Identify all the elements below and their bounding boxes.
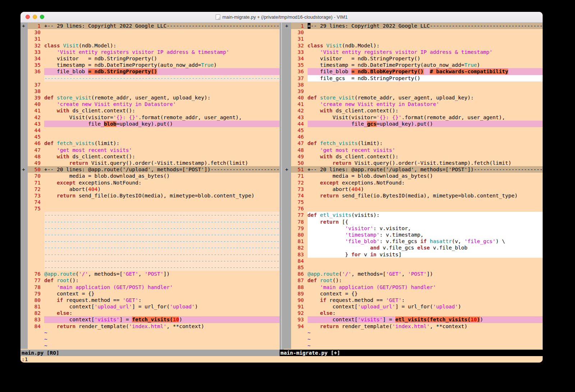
code-line[interactable]: 82 else: [20, 310, 280, 316]
left-pane[interactable]: +1+-- 29 lines: Copyright 2022 Google LL… [20, 23, 280, 350]
code-line[interactable]: 75 [284, 199, 543, 205]
code-line[interactable]: 49 with ds_client.context(): [284, 153, 543, 160]
code-line[interactable]: 41 with ds_client.context(): [20, 107, 280, 114]
code-line[interactable]: 79 context = {} [20, 290, 280, 297]
code-line[interactable]: 36 file_blob = ndb.StringProperty() [20, 68, 280, 75]
code-line[interactable]: 74 [20, 199, 280, 205]
line-number: 34 [28, 55, 44, 62]
code-line[interactable]: 40def store_visit(remote_addr, user_agen… [284, 94, 543, 101]
code-line[interactable]: 76@app.route('/', methods=['GET', 'POST'… [20, 271, 280, 277]
code-line[interactable]: 49 return Visit.query().order(-Visit.tim… [20, 160, 280, 166]
code-line[interactable]: 47def fetch_visits(limit): [284, 140, 543, 146]
code-line[interactable]: 72 except exceptions.NotFound: [284, 179, 543, 186]
code-line[interactable]: 48 with ds_client.context(): [20, 153, 280, 160]
fold-plus-icon[interactable]: + [284, 166, 291, 173]
code-line[interactable]: 37 [20, 81, 280, 88]
titlebar[interactable]: main-migrate.py + (/private/tmp/mod16-cl… [20, 12, 543, 23]
code-line[interactable]: 85 [284, 264, 543, 271]
code-line[interactable]: 86@app.route('/', methods=['GET', 'POST'… [284, 271, 543, 277]
fold-plus-icon[interactable]: + [20, 166, 28, 173]
fold-line[interactable]: +51+-- 20 lines: @app.route('/upload', m… [284, 166, 543, 173]
code-line[interactable]: 81 'file_blob': v.file_gcs if hasattr(v,… [284, 238, 543, 244]
fold-plus-icon[interactable]: + [20, 23, 28, 29]
minimize-button[interactable] [33, 15, 37, 19]
code-line[interactable]: 44 file_gcs=upload_key).put() [284, 121, 543, 127]
code-line[interactable]: 77def etl_visits(visits): [284, 212, 543, 218]
code-line[interactable]: 45 [20, 134, 280, 140]
fold-plus-icon[interactable]: + [284, 23, 291, 29]
code-line[interactable]: 77def root(): [20, 277, 280, 284]
code-line[interactable]: 33 'Visit entity registers visitor IP ad… [284, 49, 543, 55]
code-line[interactable]: 76 [284, 205, 543, 212]
code-line[interactable]: 32class Visit(ndb.Model): [284, 42, 543, 49]
code-line[interactable]: 30 [284, 29, 543, 36]
code-line[interactable]: 82 and v.file_gcs else v.file_blob [284, 244, 543, 251]
code-line[interactable]: 47 'get most recent visits' [20, 147, 280, 153]
code-line[interactable]: 78 return [{ [284, 219, 543, 225]
code-line[interactable]: 38 [20, 88, 280, 94]
code-line[interactable]: 35 timestamp = ndb.DateTimeProperty(auto… [20, 62, 280, 68]
statusline-left[interactable]: main.py [RO] [20, 350, 280, 356]
close-button[interactable] [26, 15, 30, 19]
line-text [308, 205, 543, 212]
code-line[interactable]: 75 [20, 205, 280, 212]
fold-line[interactable]: +50+-- 20 lines: @app.route('/upload', m… [20, 166, 280, 173]
code-line[interactable]: 84 return render_template('index.html', … [20, 323, 280, 330]
code-line[interactable]: 92 else: [284, 310, 543, 316]
code-line[interactable]: 70 media = blob.download_as_bytes() [20, 173, 280, 179]
code-line[interactable]: 91 context['upload_url'] = url_for('uplo… [284, 303, 543, 310]
code-line[interactable]: 72 abort(404) [20, 186, 280, 192]
code-line[interactable]: 87def root(): [284, 277, 543, 284]
code-line[interactable]: 83 } for v in visits] [284, 251, 543, 258]
code-line[interactable]: 71 media = blob.download_as_bytes() [284, 173, 543, 179]
code-line[interactable]: 80 'timestamp': v.timestamp, [284, 232, 543, 238]
code-line[interactable]: 39def store_visit(remote_addr, user_agen… [20, 94, 280, 101]
code-line[interactable]: 38 [284, 81, 543, 88]
code-line[interactable]: 31 [20, 36, 280, 42]
code-line[interactable]: 93 context['visits'] = etl_visits(fetch_… [284, 316, 543, 323]
code-line[interactable]: 36 file_blob = ndb.BlobKeyProperty() # b… [284, 68, 543, 75]
code-line[interactable]: 33 'Visit entity registers visitor IP ad… [20, 49, 280, 55]
code-line[interactable]: 73 return send_file(io.BytesIO(media), m… [20, 192, 280, 199]
statusline-right[interactable]: main-migrate.py [+] [280, 350, 543, 356]
code-line[interactable]: 43 file_blob=upload_key).put() [20, 121, 280, 127]
code-line[interactable]: 42 with ds_client.context(): [284, 107, 543, 114]
code-line[interactable]: 73 abort(404) [284, 186, 543, 192]
code-line[interactable]: 43 Visit(visitor='{}: {}'.format(remote_… [284, 114, 543, 121]
code-line[interactable]: 94 return render_template('index.html', … [284, 323, 543, 330]
code-line[interactable]: 34 visitor = ndb.StringProperty() [284, 55, 543, 62]
code-line[interactable]: 35 timestamp = ndb.DateTimeProperty(auto… [284, 62, 543, 68]
vim-command-line[interactable]: :1 [20, 356, 543, 363]
code-line[interactable]: 40 'create new Visit entity in Datastore… [20, 101, 280, 107]
right-pane[interactable]: +1+-- 29 lines: Copyright 2022 Google LL… [284, 23, 543, 350]
zoom-button[interactable] [40, 15, 44, 19]
code-line[interactable]: 79 'visitor': v.visitor, [284, 225, 543, 232]
code-line[interactable]: 83 context['visits'] = fetch_visits(10) [20, 316, 280, 323]
code-line[interactable]: 30 [20, 29, 280, 36]
code-line[interactable]: 42 Visit(visitor='{}: {}'.format(remote_… [20, 114, 280, 121]
code-line[interactable]: 39 [284, 88, 543, 94]
code-line[interactable]: 45 [284, 127, 543, 134]
code-line[interactable]: 78 'main application (GET/POST) handler' [20, 284, 280, 290]
code-line[interactable]: 84 [284, 258, 543, 264]
code-line[interactable]: 46def fetch_visits(limit): [20, 140, 280, 146]
code-line[interactable]: 71 except exceptions.NotFound: [20, 179, 280, 186]
vertical-split-separator[interactable] [280, 23, 284, 350]
code-line[interactable]: 31 [284, 36, 543, 42]
code-line[interactable]: 80 if request.method == 'GET': [20, 297, 280, 303]
code-line[interactable]: 88 'main application (GET/POST) handler' [284, 284, 543, 290]
code-line[interactable]: 48 'get most recent visits' [284, 147, 543, 153]
code-line[interactable]: 32class Visit(ndb.Model): [20, 42, 280, 49]
code-line[interactable]: 90 if request.method == 'GET': [284, 297, 543, 303]
fold-line[interactable]: +1+-- 29 lines: Copyright 2022 Google LL… [284, 23, 543, 29]
code-line[interactable]: 46 [284, 134, 543, 140]
code-line[interactable]: 81 context['upload_url'] = url_for('uplo… [20, 303, 280, 310]
fold-line[interactable]: +1+-- 29 lines: Copyright 2022 Google LL… [20, 23, 280, 29]
code-line[interactable]: 50 return Visit.query().order(-Visit.tim… [284, 160, 543, 166]
code-line[interactable]: 37 file_gcs = ndb.StringProperty() [284, 75, 543, 81]
code-line[interactable]: 44 [20, 127, 280, 134]
code-line[interactable]: 34 visitor = ndb.StringProperty() [20, 55, 280, 62]
code-line[interactable]: 41 'create new Visit entity in Datastore… [284, 101, 543, 107]
code-line[interactable]: 74 return send_file(io.BytesIO(media), m… [284, 192, 543, 199]
code-line[interactable]: 89 context = {} [284, 290, 543, 297]
